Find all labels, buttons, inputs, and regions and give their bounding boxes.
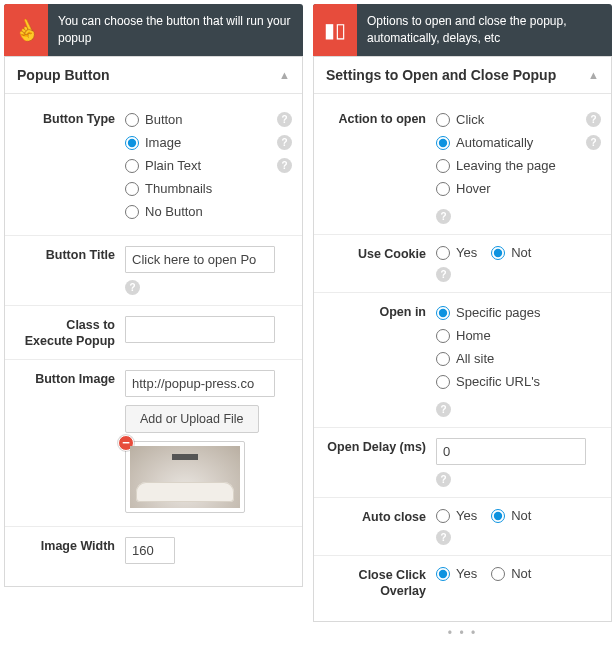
open-delay-input[interactable]: [436, 438, 586, 465]
open-in-row: Open in Specific pages Home All site: [314, 293, 611, 428]
open-in-radio-home[interactable]: [436, 329, 450, 343]
auto-close-radio-yes[interactable]: [436, 509, 450, 523]
use-cookie-yes[interactable]: Yes: [436, 245, 477, 260]
open-in-radio-allsite[interactable]: [436, 352, 450, 366]
auto-close-ctrl: Yes Not ?: [436, 508, 601, 545]
image-width-ctrl: [125, 537, 292, 564]
button-image-url-input[interactable]: [125, 370, 275, 397]
option-label: All site: [456, 351, 494, 366]
button-type-label: Button Type: [15, 110, 125, 225]
settings-panel-body: Action to open Click ? Automatically ?: [314, 94, 611, 621]
help-icon[interactable]: ?: [277, 135, 292, 150]
auto-close-yes[interactable]: Yes: [436, 508, 477, 523]
class-execute-input[interactable]: [125, 316, 275, 343]
help-icon[interactable]: ?: [277, 112, 292, 127]
option-label: No Button: [145, 204, 203, 219]
option-label: Specific URL's: [456, 374, 540, 389]
help-icon[interactable]: ?: [436, 472, 451, 487]
button-type-radio-thumbnails[interactable]: [125, 182, 139, 196]
help-icon[interactable]: ?: [586, 112, 601, 127]
open-in-allsite[interactable]: All site: [436, 349, 601, 372]
door-icon: ▮▯: [313, 4, 357, 56]
button-type-option-thumbnails[interactable]: Thumbnails: [125, 179, 292, 202]
help-icon[interactable]: ?: [436, 402, 451, 417]
close-overlay-no[interactable]: Not: [491, 566, 531, 581]
option-label: Plain Text: [145, 158, 201, 173]
button-type-radio-plaintext[interactable]: [125, 159, 139, 173]
image-thumbnail-wrap[interactable]: −: [125, 441, 245, 513]
use-cookie-no[interactable]: Not: [491, 245, 531, 260]
option-label: Image: [145, 135, 181, 150]
button-title-input[interactable]: [125, 246, 275, 273]
open-in-urls[interactable]: Specific URL's: [436, 372, 601, 395]
open-in-options: Specific pages Home All site Specif: [436, 303, 601, 417]
panel-title-text: Popup Button: [17, 67, 110, 83]
option-label: Not: [511, 245, 531, 260]
help-icon[interactable]: ?: [436, 267, 451, 282]
button-type-radio-button[interactable]: [125, 113, 139, 127]
button-type-option-image[interactable]: Image ?: [125, 133, 292, 156]
button-type-option-nobutton[interactable]: No Button: [125, 202, 292, 225]
collapse-icon: ▲: [588, 69, 599, 81]
popup-button-panel-title[interactable]: Popup Button ▲: [5, 56, 302, 94]
settings-panel-title[interactable]: Settings to Open and Close Popup ▲: [314, 56, 611, 94]
button-title-ctrl: ?: [125, 246, 292, 295]
open-in-radio-specific[interactable]: [436, 306, 450, 320]
action-open-hover[interactable]: Hover: [436, 179, 601, 202]
button-image-label: Button Image: [15, 370, 125, 516]
button-type-radio-image[interactable]: [125, 136, 139, 150]
button-type-radio-nobutton[interactable]: [125, 205, 139, 219]
action-open-leaving[interactable]: Leaving the page: [436, 156, 601, 179]
open-in-radio-urls[interactable]: [436, 375, 450, 389]
image-width-input[interactable]: [125, 537, 175, 564]
close-overlay-radio-yes[interactable]: [436, 567, 450, 581]
button-title-row: Button Title ?: [5, 236, 302, 306]
option-label: Button: [145, 112, 183, 127]
open-delay-row: Open Delay (ms) ?: [314, 428, 611, 498]
auto-close-label: Auto close: [324, 508, 436, 545]
popup-button-panel-body: Button Type Button ? Image ?: [5, 94, 302, 586]
action-open-auto[interactable]: Automatically ?: [436, 133, 601, 156]
upload-file-button[interactable]: Add or Upload File: [125, 405, 259, 433]
use-cookie-radio-no[interactable]: [491, 246, 505, 260]
action-open-click[interactable]: Click ?: [436, 110, 601, 133]
class-execute-ctrl: [125, 316, 292, 349]
auto-close-no[interactable]: Not: [491, 508, 531, 523]
action-open-radio-auto[interactable]: [436, 136, 450, 150]
button-type-options: Button ? Image ? Plain Text ?: [125, 110, 292, 225]
option-label: Home: [456, 328, 491, 343]
popup-button-panel: Popup Button ▲ Button Type Button ?: [4, 56, 303, 587]
class-execute-row: Class to Execute Popup: [5, 306, 302, 360]
open-in-specific[interactable]: Specific pages: [436, 303, 601, 326]
help-icon[interactable]: ?: [277, 158, 292, 173]
use-cookie-radio-yes[interactable]: [436, 246, 450, 260]
option-label: Leaving the page: [456, 158, 556, 173]
option-label: Thumbnails: [145, 181, 212, 196]
open-in-home[interactable]: Home: [436, 326, 601, 349]
left-header: ☝ You can choose the button that will ru…: [4, 4, 303, 56]
popup-button-column: ☝ You can choose the button that will ru…: [4, 4, 303, 644]
close-overlay-radio-no[interactable]: [491, 567, 505, 581]
auto-close-radio-no[interactable]: [491, 509, 505, 523]
help-icon[interactable]: ?: [125, 280, 140, 295]
button-type-option-plaintext[interactable]: Plain Text ?: [125, 156, 292, 179]
auto-close-row: Auto close Yes Not ?: [314, 498, 611, 556]
help-icon[interactable]: ?: [586, 135, 601, 150]
action-open-radio-hover[interactable]: [436, 182, 450, 196]
help-icon[interactable]: ?: [436, 530, 451, 545]
button-type-option-button[interactable]: Button ?: [125, 110, 292, 133]
action-open-radio-click[interactable]: [436, 113, 450, 127]
button-image-ctrl: Add or Upload File −: [125, 370, 292, 516]
panel-title-text: Settings to Open and Close Popup: [326, 67, 556, 83]
action-open-radio-leaving[interactable]: [436, 159, 450, 173]
help-icon[interactable]: ?: [436, 209, 451, 224]
open-delay-ctrl: ?: [436, 438, 601, 487]
button-type-row: Button Type Button ? Image ?: [5, 100, 302, 236]
option-label: Specific pages: [456, 305, 541, 320]
option-label: Yes: [456, 566, 477, 581]
option-label: Yes: [456, 245, 477, 260]
open-in-label: Open in: [324, 303, 436, 417]
settings-column: ▮▯ Options to open and close the popup, …: [313, 4, 612, 644]
option-label: Yes: [456, 508, 477, 523]
close-overlay-yes[interactable]: Yes: [436, 566, 477, 581]
